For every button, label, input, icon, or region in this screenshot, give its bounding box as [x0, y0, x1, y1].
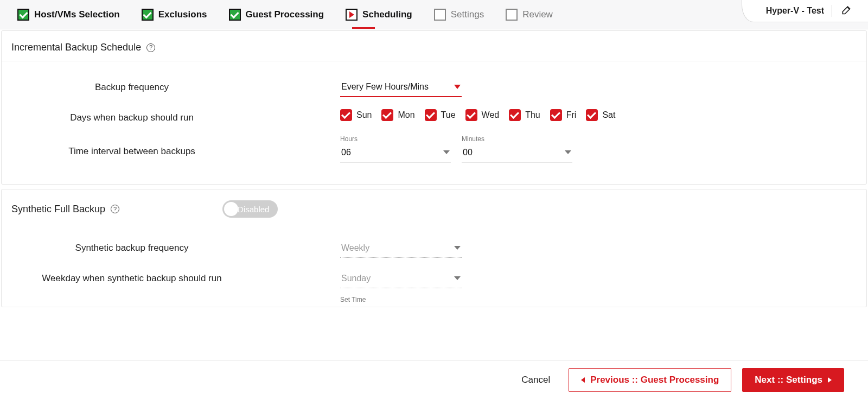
mini-label: Set Time	[340, 296, 366, 303]
page-body-scroll[interactable]: Incremental Backup Schedule Backup frequ…	[0, 29, 868, 318]
row-synthetic-frequency: Synthetic backup frequency Weekly	[2, 239, 866, 258]
select-value: 00	[463, 148, 473, 157]
step-scheduling[interactable]: Scheduling	[335, 9, 423, 21]
chevron-down-icon	[454, 276, 461, 280]
step-label: Host/VMs Selection	[34, 9, 120, 20]
synthetic-weekday-select: Sunday	[340, 270, 462, 288]
backup-frequency-select[interactable]: Every Few Hours/Mins	[340, 79, 462, 97]
section-title: Incremental Backup Schedule	[11, 42, 141, 53]
synthetic-frequency-select: Weekly	[340, 239, 462, 258]
section-title: Synthetic Full Backup	[11, 204, 105, 215]
help-icon[interactable]	[146, 43, 155, 52]
mini-label: Hours	[340, 135, 451, 143]
step-host-vms[interactable]: Host/VMs Selection	[7, 9, 131, 21]
step-label: Settings	[451, 9, 484, 20]
help-icon[interactable]	[111, 205, 119, 213]
checkbox-icon	[550, 109, 562, 121]
minutes-select[interactable]: Minutes 00	[462, 135, 572, 162]
card-incremental-schedule: Incremental Backup Schedule Backup frequ…	[1, 30, 867, 185]
play-icon	[346, 9, 358, 21]
day-tue[interactable]: Tue	[425, 109, 456, 121]
step-exclusions[interactable]: Exclusions	[131, 9, 218, 21]
select-value: Sunday	[341, 274, 371, 283]
plan-tab: Hyper-V - Test	[742, 0, 868, 22]
card-header: Incremental Backup Schedule	[2, 31, 866, 61]
next-button[interactable]: Next :: Settings	[742, 368, 844, 392]
card-synthetic-full: Synthetic Full Backup Disabled Synthetic…	[1, 189, 867, 307]
step-settings[interactable]: Settings	[423, 9, 495, 21]
empty-box-icon	[434, 9, 446, 21]
chevron-down-icon	[565, 150, 571, 154]
day-mon[interactable]: Mon	[381, 109, 414, 121]
checkbox-icon	[586, 109, 598, 121]
checkbox-icon	[381, 109, 393, 121]
step-label: Exclusions	[158, 9, 207, 20]
step-review[interactable]: Review	[495, 9, 564, 21]
step-guest-processing[interactable]: Guest Processing	[218, 9, 335, 21]
day-fri[interactable]: Fri	[550, 109, 577, 121]
empty-box-icon	[506, 9, 518, 21]
toggle-knob-icon	[224, 202, 238, 216]
checkbox-icon	[509, 109, 521, 121]
chevron-right-icon	[828, 377, 832, 383]
select-value: Every Few Hours/Mins	[341, 82, 429, 92]
step-label: Guest Processing	[246, 9, 324, 20]
day-thu[interactable]: Thu	[509, 109, 540, 121]
row-interval: Time interval between backups Hours 06 M…	[2, 135, 866, 162]
card-header: Synthetic Full Backup Disabled	[2, 189, 866, 222]
field-label: Weekday when synthetic backup should run	[2, 270, 262, 284]
field-label: Days when backup should run	[2, 109, 262, 123]
mini-label: Minutes	[462, 135, 572, 143]
cancel-button[interactable]: Cancel	[514, 370, 558, 390]
row-set-time: Set Time	[2, 296, 866, 305]
field-label: Synthetic backup frequency	[2, 239, 262, 254]
day-sun[interactable]: Sun	[340, 109, 372, 121]
step-label: Scheduling	[362, 9, 412, 20]
edit-icon[interactable]	[841, 4, 852, 17]
wizard-footer: Cancel Previous :: Guest Processing Next…	[0, 360, 868, 399]
day-wed[interactable]: Wed	[465, 109, 500, 121]
checkbox-icon	[340, 109, 352, 121]
hours-select[interactable]: Hours 06	[340, 135, 451, 162]
day-sat[interactable]: Sat	[586, 109, 615, 121]
row-backup-frequency: Backup frequency Every Few Hours/Mins	[2, 79, 866, 97]
chevron-down-icon	[454, 246, 461, 250]
chevron-down-icon	[443, 150, 450, 154]
plan-title: Hyper-V - Test	[766, 5, 832, 17]
check-icon	[229, 9, 241, 21]
field-label: Backup frequency	[2, 79, 262, 93]
row-synthetic-weekday: Weekday when synthetic backup should run…	[2, 270, 866, 288]
chevron-left-icon	[581, 377, 585, 383]
field-label: Time interval between backups	[2, 135, 262, 157]
toggle-state-label: Disabled	[238, 205, 269, 214]
checkbox-icon	[465, 109, 477, 121]
wizard-steps-bar: Host/VMs Selection Exclusions Guest Proc…	[0, 0, 868, 29]
row-backup-days: Days when backup should run Sun Mon Tue …	[2, 109, 866, 123]
check-icon	[17, 9, 29, 21]
previous-button[interactable]: Previous :: Guest Processing	[569, 368, 731, 392]
check-icon	[142, 9, 154, 21]
checkbox-icon	[425, 109, 437, 121]
select-value: 06	[341, 148, 351, 157]
chevron-down-icon	[454, 85, 461, 89]
step-label: Review	[522, 9, 553, 20]
synthetic-enable-toggle[interactable]: Disabled	[222, 200, 278, 218]
select-value: Weekly	[341, 243, 369, 253]
